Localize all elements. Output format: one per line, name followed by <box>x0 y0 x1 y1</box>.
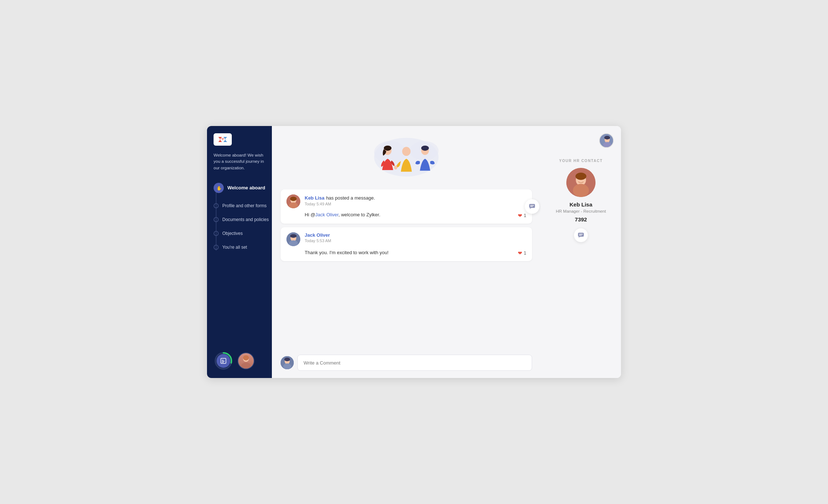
svg-rect-28 <box>529 204 535 208</box>
msg-time-2: Today 5:53 AM <box>305 239 526 243</box>
msg-body-suffix: , welcome to Zylker. <box>339 212 380 217</box>
nav-item-done[interactable]: You're all set <box>214 240 272 254</box>
nav-dot-welcome: ✋ <box>214 183 224 193</box>
svg-point-45 <box>573 184 589 197</box>
msg-name-1: Keb Lisa has posted a message. <box>305 194 526 201</box>
nav-item-welcome[interactable]: ✋ Welcome aboard <box>214 178 272 197</box>
hr-section: YOUR HR CONTACT Keb Lisa HR Manager - Re… <box>556 159 606 242</box>
svg-point-33 <box>289 240 298 246</box>
svg-point-16 <box>402 147 411 156</box>
chat-bubble-icon <box>528 203 536 210</box>
hr-section-label: YOUR HR CONTACT <box>556 159 606 163</box>
nav-label-done: You're all set <box>222 245 247 250</box>
top-user-avatar-face <box>600 134 614 148</box>
svg-text:✋: ✋ <box>216 185 222 191</box>
sidebar-logo <box>207 133 272 152</box>
keb-avatar <box>286 194 300 208</box>
heart-icon-1: ❤ <box>518 213 522 218</box>
msg-meta-1: Keb Lisa has posted a message. Today 5:4… <box>305 194 526 206</box>
main-inner: Keb Lisa has posted a message. Today 5:4… <box>272 126 541 378</box>
svg-point-21 <box>379 147 382 151</box>
svg-marker-0 <box>218 137 222 142</box>
svg-rect-4 <box>221 358 226 363</box>
svg-marker-1 <box>223 137 227 142</box>
nav-label-documents: Documents and policies <box>222 217 269 222</box>
msg-reaction-1: ❤ 1 <box>518 213 526 218</box>
chat-bubble-btn[interactable] <box>525 199 539 214</box>
hr-chat-button[interactable] <box>574 228 588 242</box>
nav-label-profile: Profile and other forms <box>222 203 266 208</box>
jack-avatar <box>286 232 300 246</box>
hr-name: Keb Lisa <box>556 201 606 208</box>
progress-inner-circle <box>216 354 230 368</box>
nav-dot-documents <box>214 217 219 222</box>
jack-avatar-face <box>286 232 300 246</box>
svg-point-41 <box>603 142 611 148</box>
message-card-2: Jack Oliver Today 5:53 AM Thank you. I'm… <box>281 227 532 261</box>
keb-avatar-face <box>286 194 300 208</box>
message-header-1: Keb Lisa has posted a message. Today 5:4… <box>286 194 526 208</box>
keb-name: Keb Lisa <box>305 195 324 201</box>
nav-dot-objectives <box>214 231 219 236</box>
message-header-2: Jack Oliver Today 5:53 AM <box>286 232 526 246</box>
zylker-logo-icon <box>217 135 229 143</box>
nav-label-welcome: Welcome aboard <box>227 185 265 190</box>
sidebar: Welcome aboard! We wish you a successful… <box>207 126 272 378</box>
onboarding-illustration <box>364 133 448 184</box>
right-panel: YOUR HR CONTACT Keb Lisa HR Manager - Re… <box>541 126 621 378</box>
svg-point-9 <box>241 362 251 369</box>
keb-action: has posted a message. <box>326 195 375 201</box>
nav-item-objectives[interactable]: Objectives <box>214 227 272 240</box>
nav-item-documents[interactable]: Documents and policies <box>214 213 272 227</box>
main-content: Keb Lisa has posted a message. Today 5:4… <box>272 126 541 378</box>
message-card-1: Keb Lisa has posted a message. Today 5:4… <box>281 189 532 224</box>
svg-point-22 <box>431 152 436 156</box>
hr-chat-icon <box>577 232 585 239</box>
svg-marker-2 <box>221 138 224 141</box>
app-container: Welcome aboard! We wish you a successful… <box>207 126 621 378</box>
nav-dot-profile <box>214 203 219 208</box>
svg-point-46 <box>575 173 586 180</box>
svg-point-23 <box>429 145 432 147</box>
hr-avatar <box>566 168 595 197</box>
svg-point-10 <box>243 355 249 361</box>
svg-point-42 <box>604 136 610 139</box>
nav-label-objectives: Objectives <box>222 231 243 236</box>
nav-item-profile[interactable]: Profile and other forms <box>214 199 272 213</box>
comment-avatar <box>281 356 294 369</box>
svg-rect-47 <box>578 233 584 237</box>
hr-title: HR Manager - Recruitment <box>556 209 606 213</box>
hr-extension: 7392 <box>556 216 606 223</box>
checklist-icon <box>220 357 227 365</box>
sidebar-tagline: Welcome aboard! We wish you a successful… <box>207 152 272 178</box>
msg-meta-2: Jack Oliver Today 5:53 AM <box>305 232 526 243</box>
svg-rect-18 <box>394 166 396 168</box>
comment-area <box>281 350 532 371</box>
svg-point-15 <box>384 146 391 151</box>
reaction-count-1: 1 <box>524 213 526 218</box>
msg-reaction-2: ❤ 1 <box>518 250 526 256</box>
nav-dot-done <box>214 245 219 250</box>
sidebar-nav: ✋ Welcome aboard Profile and other forms… <box>207 178 272 346</box>
avatar-bottom <box>238 353 254 369</box>
mention-jack: Jack Oliver <box>315 212 339 217</box>
hr-avatar-face <box>566 168 595 197</box>
svg-point-38 <box>284 358 290 361</box>
svg-point-20 <box>421 146 429 151</box>
msg-time-1: Today 5:49 AM <box>305 202 526 206</box>
hand-wave-icon: ✋ <box>216 185 222 191</box>
jack-name: Jack Oliver <box>305 232 526 238</box>
msg-body-1: Hi @Jack Oliver, welcome to Zylker. <box>286 211 526 218</box>
heart-icon-2: ❤ <box>518 250 522 256</box>
svg-point-37 <box>283 363 291 369</box>
comment-input[interactable] <box>297 355 532 371</box>
comment-user-avatar <box>281 356 294 369</box>
reaction-count-2: 1 <box>524 251 526 256</box>
hero-illustration <box>281 133 532 184</box>
msg-body-2: Thank you. I'm excited to work with you! <box>286 249 526 256</box>
progress-ring <box>214 351 233 371</box>
logo-box <box>214 133 232 146</box>
svg-point-27 <box>290 197 297 201</box>
sidebar-bottom <box>207 346 272 371</box>
nav-items-wrapper: ✋ Welcome aboard Profile and other forms… <box>214 178 272 254</box>
